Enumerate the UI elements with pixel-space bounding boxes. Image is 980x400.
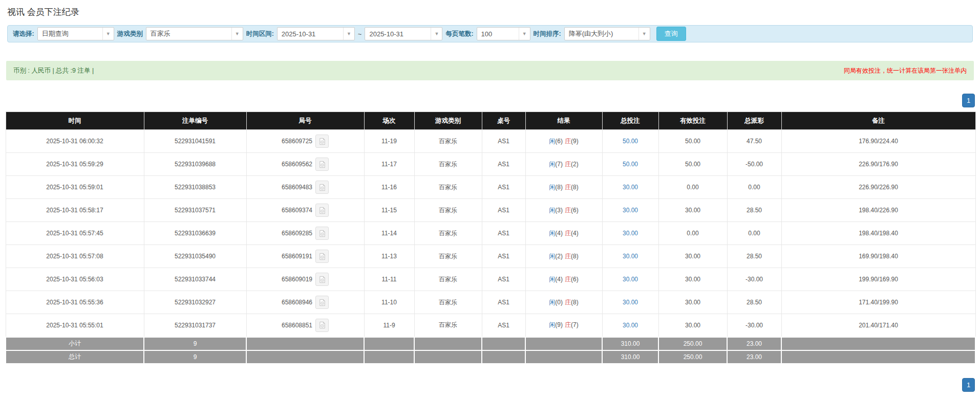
- video-icon: [318, 276, 326, 283]
- date-to-select[interactable]: 2025-10-31 ▼: [365, 27, 442, 40]
- cell-game-type: 百家乐: [414, 291, 482, 314]
- cell-time: 2025-10-31 05:55:36: [6, 291, 144, 314]
- total-bet-link[interactable]: 30.00: [623, 276, 638, 283]
- total-bet-link[interactable]: 30.00: [623, 207, 638, 214]
- subtotal-empty-cell: [246, 337, 364, 350]
- cell-table-no: AS1: [482, 130, 525, 153]
- chevron-down-icon: ▼: [519, 28, 530, 40]
- round-id: 658609562: [282, 161, 312, 168]
- cell-round: 658609483: [246, 176, 364, 199]
- result-banker: 庄(7): [565, 321, 579, 328]
- video-replay-button[interactable]: [315, 227, 329, 240]
- banker-score: (7): [571, 321, 579, 328]
- cell-valid-bet: 50.00: [658, 153, 727, 176]
- video-icon: [318, 230, 326, 237]
- page-1-button-bottom[interactable]: 1: [962, 378, 975, 392]
- cell-round: 658608946: [246, 291, 364, 314]
- banker-score: (8): [571, 184, 579, 191]
- header-result: 结果: [525, 112, 602, 130]
- cell-bet-id: 522931033744: [144, 268, 246, 291]
- header-session: 场次: [364, 112, 414, 130]
- cell-payout: 47.50: [727, 130, 781, 153]
- cell-payout: 28.50: [727, 291, 781, 314]
- table-row: 2025-10-31 05:59:29 522931039688 6586095…: [6, 153, 975, 176]
- date-to-value: 2025-10-31: [365, 30, 431, 38]
- video-replay-button[interactable]: [315, 158, 329, 171]
- query-mode-select[interactable]: 日期查询 ▼: [37, 27, 114, 40]
- banker-label: 庄: [565, 321, 571, 328]
- total-bet-link[interactable]: 30.00: [623, 299, 638, 306]
- header-remark: 备注: [781, 112, 975, 130]
- page-size-label: 每页笔数:: [445, 30, 473, 38]
- banker-label: 庄: [565, 161, 571, 168]
- total-bet-link[interactable]: 50.00: [623, 161, 638, 168]
- bet-records-table: 时间 注单编号 局号 场次 游戏类别 桌号 结果 总投注 有效投注 总派彩 备注…: [5, 112, 976, 364]
- result-banker: 庄(8): [565, 299, 579, 306]
- cell-table-no: AS1: [482, 176, 525, 199]
- cell-table-no: AS1: [482, 268, 525, 291]
- total-row: 总计 9 310.00 250.00 23.00: [6, 350, 975, 364]
- table-row: 2025-10-31 05:58:17 522931037571 6586093…: [6, 199, 975, 222]
- total-count: 9: [144, 350, 246, 364]
- round-id: 658608946: [282, 299, 312, 306]
- subtotal-empty-cell: [482, 337, 525, 350]
- video-replay-button[interactable]: [315, 273, 329, 286]
- player-score: (7): [555, 161, 563, 168]
- cell-game-type: 百家乐: [414, 176, 482, 199]
- table-row: 2025-10-31 05:55:36 522931032927 6586089…: [6, 291, 975, 314]
- search-button[interactable]: 查询: [656, 27, 686, 41]
- pagination-bottom: 1: [0, 378, 975, 392]
- total-valid-bet: 250.00: [658, 350, 727, 364]
- result-player: 闲(8): [549, 184, 563, 191]
- cell-result: 闲(8)庄(8): [525, 176, 602, 199]
- cell-total-bet: 30.00: [602, 222, 658, 245]
- cell-session: 11-19: [364, 130, 414, 153]
- total-bet-link[interactable]: 30.00: [623, 230, 638, 237]
- video-replay-button[interactable]: [315, 204, 329, 217]
- banker-score: (2): [571, 161, 579, 168]
- total-bet-link[interactable]: 50.00: [623, 138, 638, 145]
- date-range-label: 时间区间:: [246, 30, 274, 38]
- video-replay-button[interactable]: [315, 296, 329, 309]
- player-label: 闲: [549, 184, 555, 191]
- sort-order-value: 降幂(由大到小): [565, 29, 638, 38]
- cell-payout: -30.00: [727, 314, 781, 337]
- cell-time: 2025-10-31 05:56:03: [6, 268, 144, 291]
- cell-session: 11-15: [364, 199, 414, 222]
- round-id: 658609019: [282, 276, 312, 283]
- banker-score: (8): [571, 299, 579, 306]
- subtotal-empty-cell: [414, 337, 482, 350]
- chevron-down-icon: ▼: [638, 28, 650, 40]
- game-type-select[interactable]: 百家乐 ▼: [146, 27, 243, 40]
- banker-score: (9): [571, 138, 579, 145]
- page-1-button-top[interactable]: 1: [962, 94, 975, 107]
- total-empty-cell: [414, 350, 482, 364]
- video-replay-button[interactable]: [315, 181, 329, 194]
- date-from-select[interactable]: 2025-10-31 ▼: [277, 27, 355, 40]
- cell-round: 658609191: [246, 245, 364, 268]
- table-body: 2025-10-31 06:00:32 522931041591 6586097…: [6, 130, 975, 337]
- video-replay-button[interactable]: [315, 250, 329, 263]
- page-size-select[interactable]: 100 ▼: [477, 27, 530, 40]
- video-replay-button[interactable]: [315, 135, 329, 148]
- player-score: (4): [555, 276, 563, 283]
- round-id: 658609374: [282, 207, 312, 214]
- total-bet-link[interactable]: 30.00: [623, 253, 638, 260]
- cell-result: 闲(2)庄(8): [525, 245, 602, 268]
- chevron-down-icon: ▼: [431, 28, 442, 40]
- total-empty-cell: [525, 350, 602, 364]
- total-bet-link[interactable]: 30.00: [623, 184, 638, 191]
- chevron-down-icon: ▼: [231, 28, 243, 40]
- total-total-bet: 310.00: [602, 350, 658, 364]
- cell-payout: -50.00: [727, 153, 781, 176]
- date-from-value: 2025-10-31: [278, 30, 343, 38]
- video-replay-button[interactable]: [315, 319, 329, 332]
- header-payout: 总派彩: [727, 112, 781, 130]
- currency-total-summary: 币别 : 人民币 | 总共 :9 注单 |: [13, 66, 94, 75]
- cell-remark: 176.90/224.40: [781, 130, 975, 153]
- total-bet-link[interactable]: 30.00: [623, 322, 638, 329]
- query-mode-label: 请选择:: [13, 30, 34, 38]
- cell-round: 658609374: [246, 199, 364, 222]
- sort-order-select[interactable]: 降幂(由大到小) ▼: [564, 27, 650, 40]
- video-icon: [318, 161, 326, 168]
